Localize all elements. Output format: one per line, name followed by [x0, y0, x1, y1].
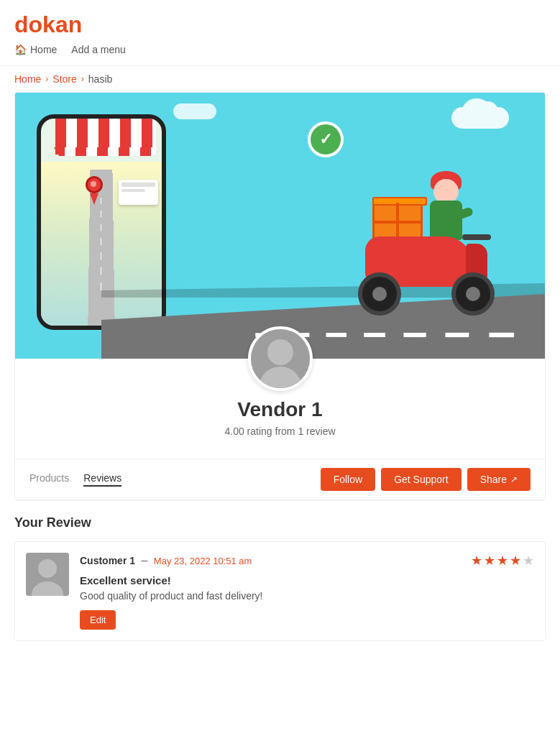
- reviewer-meta: Customer 1 – May 23, 2022 10:51 am: [80, 554, 252, 567]
- get-support-button[interactable]: Get Support: [381, 468, 462, 491]
- nav-add-menu-label: Add a menu: [71, 44, 126, 55]
- review-section-title: Your Review: [14, 515, 546, 530]
- map-pin: [83, 176, 105, 205]
- avatar-body: [259, 367, 302, 388]
- tab-products[interactable]: Products: [29, 472, 69, 487]
- map-card-widget: [119, 180, 158, 205]
- review-avatar: [26, 553, 69, 596]
- vendor-name: Vendor 1: [29, 398, 531, 421]
- avatar-person: [251, 329, 310, 388]
- logo: dokan: [14, 12, 546, 38]
- follow-button[interactable]: Follow: [321, 468, 375, 491]
- review-headline: Excellent service!: [80, 574, 534, 586]
- review-dash: –: [141, 554, 147, 566]
- home-icon: 🏠: [14, 44, 27, 55]
- breadcrumb-sep-1: ›: [45, 74, 48, 84]
- review-date: May 23, 2022 10:51 am: [154, 556, 252, 566]
- share-button[interactable]: Share ↗: [467, 468, 531, 491]
- delivery-illustration: [15, 93, 545, 359]
- share-label: Share: [480, 474, 507, 485]
- edit-review-button[interactable]: Edit: [80, 610, 116, 630]
- pin-tail: [90, 193, 98, 205]
- logo-rest: okan: [29, 12, 83, 37]
- store-container: Vendor 1 4.00 rating from 1 review Produ…: [14, 92, 546, 501]
- svg-point-1: [38, 559, 57, 578]
- star-rating: ★ ★ ★ ★ ★: [471, 553, 534, 569]
- header: dokan 🏠 Home Add a menu: [0, 0, 560, 66]
- tab-reviews[interactable]: Reviews: [83, 472, 121, 487]
- reviewer-name: Customer 1: [80, 555, 135, 566]
- pin-head: [86, 176, 103, 193]
- review-content: Customer 1 – May 23, 2022 10:51 am ★ ★ ★…: [80, 553, 534, 630]
- box-strap-h: [375, 221, 421, 224]
- wheel-front: [451, 272, 495, 316]
- check-badge: [308, 121, 344, 157]
- card-line-1: [121, 183, 155, 187]
- main-nav: 🏠 Home Add a menu: [14, 38, 546, 58]
- star-3: ★: [497, 553, 508, 569]
- logo-d: d: [14, 12, 29, 37]
- review-body: Good quality of product and fast deliver…: [80, 590, 534, 602]
- breadcrumb-home[interactable]: Home: [14, 73, 41, 85]
- tabs-left: Products Reviews: [29, 472, 121, 487]
- scooter: [344, 201, 502, 316]
- card-line-2: [121, 189, 145, 192]
- nav-add-menu[interactable]: Add a menu: [71, 44, 126, 55]
- tabs-bar: Products Reviews Follow Get Support Shar…: [15, 459, 545, 500]
- tabs-actions: Follow Get Support Share ↗: [321, 468, 531, 491]
- star-4: ★: [510, 553, 521, 569]
- vendor-avatar: [248, 326, 313, 391]
- review-avatar-svg: [26, 553, 69, 596]
- wheel-front-inner: [466, 287, 480, 301]
- vendor-avatar-wrap: [15, 326, 545, 391]
- star-1: ★: [471, 553, 482, 569]
- review-header: Customer 1 – May 23, 2022 10:51 am ★ ★ ★…: [80, 553, 534, 569]
- star-2: ★: [484, 553, 495, 569]
- avatar-head: [267, 339, 293, 365]
- awning-bottom: [54, 147, 157, 156]
- cloud-1: [451, 107, 509, 129]
- vendor-rating: 4.00 rating from 1 review: [29, 426, 531, 437]
- star-5: ★: [523, 553, 534, 569]
- scooter-handle: [462, 234, 491, 240]
- review-section: Your Review Customer 1 – May 23, 2022 10…: [0, 501, 560, 656]
- store-banner: [15, 93, 545, 359]
- nav-home-label: Home: [30, 44, 57, 55]
- breadcrumb: Home › Store › hasib: [0, 66, 560, 92]
- breadcrumb-current: hasib: [88, 73, 112, 85]
- nav-home[interactable]: 🏠 Home: [14, 44, 57, 55]
- cloud-2: [173, 104, 216, 119]
- wheel-back: [358, 272, 401, 316]
- breadcrumb-store[interactable]: Store: [52, 73, 76, 85]
- share-icon: ↗: [510, 474, 518, 484]
- vendor-info: Vendor 1 4.00 rating from 1 review: [15, 391, 545, 451]
- review-card: Customer 1 – May 23, 2022 10:51 am ★ ★ ★…: [14, 541, 546, 641]
- wheel-back-inner: [372, 287, 387, 301]
- breadcrumb-sep-2: ›: [81, 74, 84, 84]
